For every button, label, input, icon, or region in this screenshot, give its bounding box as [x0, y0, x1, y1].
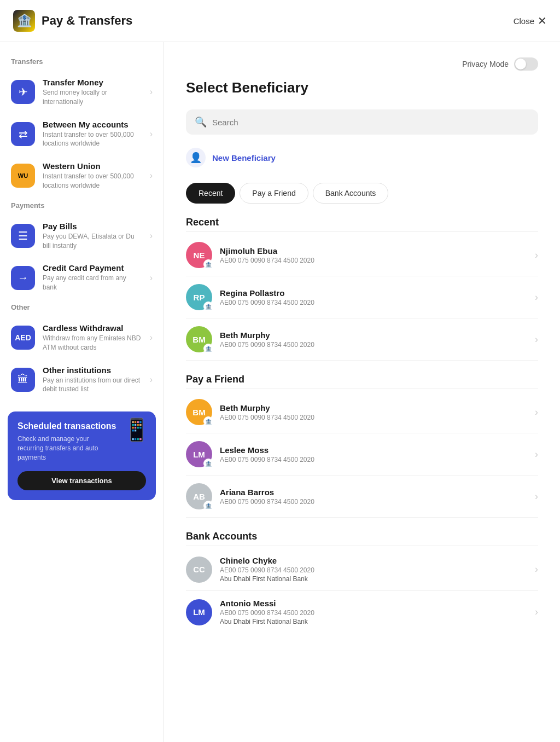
app-title: Pay & Transfers: [42, 14, 132, 28]
avatar: BM 🏦: [186, 326, 212, 352]
institutions-text: Other institutions Pay an institutions f…: [43, 366, 142, 395]
avatar-badge: 🏦: [203, 416, 213, 426]
sidebar-item-western-union[interactable]: WU Western Union Instant transfer to ove…: [0, 155, 164, 197]
beneficiary-account: AE00 075 0090 8734 4500 2020: [220, 609, 530, 617]
avatar: RP 🏦: [186, 284, 212, 310]
beneficiary-info: Regina Pollastro AE00 075 0090 8734 4500…: [220, 288, 530, 306]
between-accounts-icon: ⇄: [11, 122, 35, 146]
chevron-right-icon: ›: [150, 129, 153, 139]
between-accounts-title: Between My accounts: [43, 120, 142, 129]
chevron-right-icon: ›: [150, 273, 153, 283]
beneficiary-info: Ariana Barros AE00 075 0090 8734 4500 20…: [220, 488, 530, 506]
sidebar-item-pay-bills[interactable]: ☰ Pay Bills Pay you DEWA, Etisalata or D…: [0, 215, 164, 257]
pay-bills-desc: Pay you DEWA, Etisalata or Du bill insta…: [43, 232, 142, 251]
avatar-badge: 🏦: [203, 259, 213, 269]
beneficiary-name: Beth Murphy: [220, 403, 530, 413]
main-layout: Transfers ✈ Transfer Money Send money lo…: [0, 42, 560, 742]
between-accounts-desc: Instant transfer to over 500,000 locatio…: [43, 130, 142, 149]
search-input[interactable]: [212, 118, 529, 127]
credit-card-title: Credit Card Payment: [43, 263, 142, 273]
list-item[interactable]: BM 🏦 Beth Murphy AE00 075 0090 8734 4500…: [186, 318, 538, 361]
chevron-right-icon: ›: [535, 250, 538, 261]
bank-accounts-divider: [186, 546, 538, 546]
institutions-icon: 🏛: [11, 368, 35, 392]
avatar: BM 🏦: [186, 399, 212, 425]
privacy-toggle[interactable]: [514, 57, 538, 71]
western-union-title: Western Union: [43, 161, 142, 171]
transfers-section-label: Transfers: [0, 53, 164, 71]
avatar-badge: 🏦: [203, 344, 213, 353]
credit-card-text: Credit Card Payment Pay any credit card …: [43, 263, 142, 292]
beneficiary-name: Beth Murphy: [220, 331, 530, 340]
list-item[interactable]: LM Antonio Messi AE00 075 0090 8734 4500…: [186, 591, 538, 633]
beneficiary-account: AE00 075 0090 8734 4500 2020: [220, 414, 530, 421]
beneficiary-name: Antonio Messi: [220, 599, 530, 608]
scheduled-card-image: 📱: [123, 417, 150, 443]
sidebar-item-cardless[interactable]: AED Cardless Withdrawal Withdraw from an…: [0, 317, 164, 359]
cardless-text: Cardless Withdrawal Withdraw from any Em…: [43, 323, 142, 352]
chevron-right-icon: ›: [535, 334, 538, 345]
section-gap: [186, 518, 538, 526]
payments-section-label: Payments: [0, 197, 164, 215]
view-transactions-button[interactable]: View transactions: [18, 471, 146, 490]
institutions-title: Other institutions: [43, 366, 142, 375]
beneficiary-info: Njimoluh Ebua AE00 075 0090 8734 4500 20…: [220, 246, 530, 264]
cardless-title: Cardless Withdrawal: [43, 323, 142, 333]
other-section-label: Other: [0, 299, 164, 317]
list-item[interactable]: RP 🏦 Regina Pollastro AE00 075 0090 8734…: [186, 276, 538, 318]
header-left: 🏦 Pay & Transfers: [13, 10, 132, 32]
pay-a-friend-divider: [186, 389, 538, 389]
transfer-money-title: Transfer Money: [43, 78, 142, 87]
beneficiary-account: AE00 075 0090 8734 4500 2020: [220, 257, 530, 264]
avatar: NE 🏦: [186, 242, 212, 268]
chevron-right-icon: ›: [535, 407, 538, 418]
tab-pay-a-friend[interactable]: Pay a Friend: [240, 183, 308, 204]
list-item[interactable]: LM 🏦 Leslee Moss AE00 075 0090 8734 4500…: [186, 433, 538, 476]
sidebar-item-transfer-money[interactable]: ✈ Transfer Money Send money locally or i…: [0, 71, 164, 113]
person-add-icon: 👤: [190, 152, 202, 164]
chevron-right-icon: ›: [535, 292, 538, 303]
app-header: 🏦 Pay & Transfers Close ✕: [0, 0, 560, 42]
app-logo: 🏦: [13, 10, 35, 32]
avatar-badge: 🏦: [203, 501, 213, 511]
beneficiary-bank: Abu Dhabi First National Bank: [220, 575, 530, 583]
cardless-icon: AED: [11, 326, 35, 350]
list-item[interactable]: CC Chinelo Chyke AE00 075 0090 8734 4500…: [186, 548, 538, 591]
beneficiary-info: Chinelo Chyke AE00 075 0090 8734 4500 20…: [220, 556, 530, 583]
sidebar-item-between-accounts[interactable]: ⇄ Between My accounts Instant transfer t…: [0, 113, 164, 155]
sidebar-item-credit-card[interactable]: → Credit Card Payment Pay any credit car…: [0, 257, 164, 299]
new-beneficiary-label: New Beneficiary: [212, 153, 276, 163]
new-beneficiary-button[interactable]: 👤 New Beneficiary: [186, 146, 538, 170]
list-item[interactable]: BM 🏦 Beth Murphy AE00 075 0090 8734 4500…: [186, 391, 538, 433]
avatar-badge: 🏦: [203, 302, 213, 311]
beneficiary-info: Beth Murphy AE00 075 0090 8734 4500 2020: [220, 403, 530, 421]
privacy-label: Privacy Mode: [462, 60, 509, 68]
transfer-money-icon: ✈: [11, 80, 35, 104]
beneficiary-account: AE00 075 0090 8734 4500 2020: [220, 341, 530, 349]
beneficiary-bank: Abu Dhabi First National Bank: [220, 618, 530, 625]
sidebar-item-institutions[interactable]: 🏛 Other institutions Pay an institutions…: [0, 359, 164, 401]
tab-bank-accounts[interactable]: Bank Accounts: [313, 183, 389, 204]
chevron-right-icon: ›: [150, 171, 153, 181]
scheduled-card: 📱 Scheduled transactions Check and manag…: [8, 411, 156, 500]
close-button[interactable]: Close ✕: [514, 14, 547, 27]
beneficiary-name: Leslee Moss: [220, 445, 530, 455]
list-item[interactable]: AB 🏦 Ariana Barros AE00 075 0090 8734 45…: [186, 476, 538, 518]
chevron-right-icon: ›: [535, 449, 538, 460]
close-label: Close: [514, 16, 534, 26]
toggle-thumb: [515, 59, 526, 69]
avatar-badge: 🏦: [203, 459, 213, 468]
transfer-money-desc: Send money locally or internationally: [43, 88, 142, 107]
close-icon: ✕: [538, 14, 547, 27]
panel-title: Select Beneficiary: [186, 79, 538, 96]
western-union-text: Western Union Instant transfer to over 5…: [43, 161, 142, 190]
beneficiary-account: AE00 075 0090 8734 4500 2020: [220, 498, 530, 506]
credit-card-icon: →: [11, 266, 35, 290]
tab-recent[interactable]: Recent: [186, 183, 235, 204]
beneficiary-name: Ariana Barros: [220, 488, 530, 497]
scheduled-card-desc: Check and manage your recurring transfer…: [18, 434, 105, 462]
recent-section-header: Recent: [186, 217, 538, 228]
pay-bills-text: Pay Bills Pay you DEWA, Etisalata or Du …: [43, 222, 142, 251]
list-item[interactable]: NE 🏦 Njimoluh Ebua AE00 075 0090 8734 45…: [186, 234, 538, 276]
beneficiary-name: Chinelo Chyke: [220, 556, 530, 565]
